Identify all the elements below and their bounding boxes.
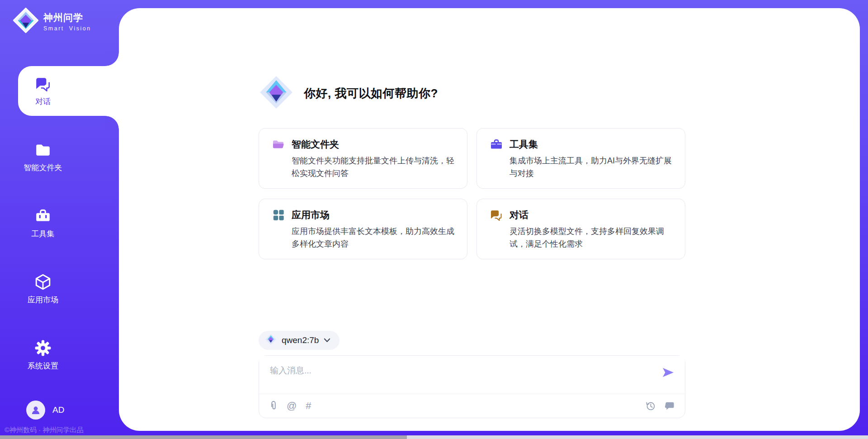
- sidebar-nav: 对话 智能文件夹 工具集: [0, 58, 119, 388]
- sidebar-item-smart-folder[interactable]: 智能文件夹: [0, 124, 86, 190]
- chat-icon: [34, 75, 52, 92]
- folder-icon: [272, 138, 285, 151]
- chat-icon: [490, 208, 503, 222]
- gear-icon: [34, 339, 52, 357]
- folder-icon: [34, 141, 52, 158]
- cube-icon: [34, 273, 52, 291]
- feature-card-app-market[interactable]: 应用市场 应用市场提供丰富长文本模板，助力高效生成多样化文章内容: [259, 199, 467, 259]
- message-input[interactable]: [259, 356, 685, 394]
- briefcase-icon: [490, 138, 503, 151]
- card-title: 智能文件夹: [292, 138, 339, 151]
- card-description: 集成市场上主流工具，助力AI与外界无缝扩展与对接: [509, 155, 673, 180]
- mention-icon[interactable]: @: [287, 401, 297, 411]
- model-logo-icon: [265, 334, 277, 347]
- composer-toolbar: @ #: [259, 394, 685, 418]
- welcome-header: 你好, 我可以如何帮助你?: [259, 75, 685, 112]
- card-description: 应用市场提供丰富长文本模板，助力高效生成多样化文章内容: [292, 225, 455, 251]
- tab-fillet-top: [105, 52, 119, 66]
- hashtag-icon[interactable]: #: [306, 401, 311, 411]
- brand-name: 神州问学: [43, 11, 91, 24]
- card-title: 对话: [509, 209, 528, 221]
- main-panel: 你好, 我可以如何帮助你? 智能文件夹 智能文件夹功能支持批量文件上传与清洗，轻…: [119, 8, 860, 431]
- user-name: AD: [52, 405, 64, 415]
- feedback-icon[interactable]: [665, 401, 675, 411]
- send-icon[interactable]: [661, 366, 675, 379]
- brand: 神州问学 Smart Vision: [0, 0, 119, 35]
- scrollbar-thumb[interactable]: [0, 435, 407, 439]
- assistant-logo-icon: [259, 75, 294, 112]
- feature-card-smart-folder[interactable]: 智能文件夹 智能文件夹功能支持批量文件上传与清洗，轻松实现文件问答: [259, 128, 467, 189]
- chevron-down-icon: [324, 338, 330, 343]
- message-composer: @ #: [259, 355, 685, 418]
- sidebar-item-label: 应用市场: [28, 295, 58, 305]
- tab-fillet-bottom: [105, 116, 119, 129]
- card-description: 灵活切换多模型文件，支持多样回复效果调试，满足个性化需求: [509, 225, 673, 251]
- sidebar: 神州问学 Smart Vision 对话 智能文件夹: [0, 0, 119, 439]
- sidebar-item-label: 系统设置: [28, 361, 58, 371]
- greeting-title: 你好, 我可以如何帮助你?: [304, 86, 438, 101]
- feature-card-chat[interactable]: 对话 灵活切换多模型文件，支持多样回复效果调试，满足个性化需求: [476, 199, 685, 259]
- user-avatar-icon: [26, 401, 45, 420]
- sidebar-item-settings[interactable]: 系统设置: [0, 322, 86, 388]
- brand-subtitle: Smart Vision: [43, 25, 91, 32]
- sidebar-item-label: 智能文件夹: [24, 162, 62, 173]
- card-title: 应用市场: [292, 209, 330, 221]
- sidebar-item-label: 对话: [35, 96, 51, 107]
- attachment-icon[interactable]: [269, 401, 278, 411]
- sidebar-item-app-market[interactable]: 应用市场: [0, 256, 86, 322]
- history-icon[interactable]: [645, 401, 656, 411]
- feature-cards: 智能文件夹 智能文件夹功能支持批量文件上传与清洗，轻松实现文件问答 工具集: [259, 128, 685, 259]
- sidebar-item-toolset[interactable]: 工具集: [0, 190, 86, 256]
- toolbox-icon: [34, 207, 52, 224]
- horizontal-scrollbar[interactable]: [0, 435, 868, 439]
- card-title: 工具集: [509, 138, 538, 151]
- feature-card-toolset[interactable]: 工具集 集成市场上主流工具，助力AI与外界无缝扩展与对接: [476, 128, 685, 189]
- model-selector[interactable]: qwen2:7b: [259, 331, 340, 350]
- sidebar-item-label: 工具集: [32, 229, 55, 239]
- user-profile[interactable]: AD: [0, 401, 119, 420]
- card-description: 智能文件夹功能支持批量文件上传与清洗，轻松实现文件问答: [292, 155, 455, 180]
- brand-logo-icon: [13, 7, 39, 35]
- model-name: qwen2:7b: [282, 335, 319, 345]
- sidebar-item-chat[interactable]: 对话: [0, 58, 86, 124]
- grid-icon: [272, 208, 285, 222]
